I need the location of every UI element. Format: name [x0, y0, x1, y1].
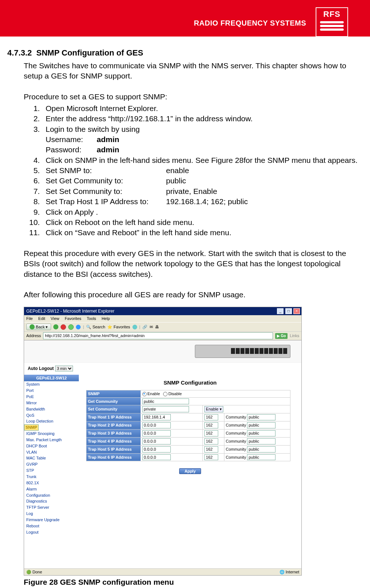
menu-file[interactable]: File	[26, 316, 33, 321]
snmp-config-table: SNMP Enable Disable Get Community public	[86, 390, 290, 462]
auto-logout-label: Auto Logout	[28, 366, 54, 371]
sidebar-item-trunk[interactable]: Trunk	[24, 474, 79, 480]
sidebar-item-8021x[interactable]: 802.1X	[24, 480, 79, 486]
sidebar-item-firmware[interactable]: Firmware Upgrade	[24, 517, 79, 523]
trap4-port[interactable]: 162	[204, 438, 218, 444]
home-button[interactable]	[76, 325, 81, 329]
sidebar-item-bandwidth[interactable]: Bandwidth	[24, 406, 79, 412]
step-8-val: 192.168.1.4; 162; public	[166, 197, 248, 206]
sidebar-item-loop[interactable]: Loop Detection	[24, 418, 79, 424]
snmp-enable-radio[interactable]	[142, 392, 147, 396]
heading-title: SNMP Configuration of GES	[36, 48, 143, 57]
step-2: Enter the address “http://192.168.1.1” i…	[42, 114, 363, 124]
sidebar-item-snmp[interactable]: SNMP	[24, 424, 39, 431]
sidebar-item-system[interactable]: System	[24, 381, 79, 387]
sidebar-item-mirror[interactable]: Mirror	[24, 400, 79, 406]
forward-button[interactable]	[53, 324, 58, 329]
trap2-port[interactable]: 162	[204, 422, 218, 428]
trap5-port[interactable]: 162	[204, 446, 218, 453]
step-5-val: enable	[166, 166, 189, 175]
sidebar: GEPoEL2-SW12 System Port PoE Mirror Band…	[24, 375, 79, 568]
trap6-port[interactable]: 162	[204, 454, 218, 461]
section-heading: 4.7.3.2 SNMP Configuration of GES	[7, 47, 363, 58]
print-icon[interactable]: 🖶	[155, 324, 159, 330]
step-1: Open Microsoft Internet Explorer.	[42, 103, 363, 114]
address-input[interactable]: http://192.168.1.20/main_frame.html?firs…	[43, 332, 273, 339]
menu-favorites[interactable]: Favorites	[65, 316, 81, 321]
trap6-com[interactable]: public	[247, 454, 275, 461]
sidebar-item-config[interactable]: Configuration	[24, 492, 79, 499]
procedure-list: Open Microsoft Internet Explorer. Enter …	[42, 103, 363, 238]
auto-logout-select[interactable]: 3 min	[55, 366, 73, 371]
trap6-ip[interactable]: 0.0.0.0	[142, 454, 171, 461]
search-label: Search	[92, 325, 105, 329]
trap1-ip[interactable]: 192.168.1.4	[142, 414, 171, 420]
sidebar-item-vlan[interactable]: VLAN	[24, 449, 79, 455]
row-trap4-label: Trap Host 4 IP Address	[86, 437, 141, 445]
row-trap5-label: Trap Host 5 IP Address	[86, 445, 141, 453]
sidebar-item-log[interactable]: Log	[24, 511, 79, 517]
set-community-input[interactable]: private	[142, 406, 189, 412]
snmp-disable-radio[interactable]	[163, 392, 167, 396]
sidebar-item-gvrp[interactable]: GVRP	[24, 461, 79, 467]
favorites-button[interactable]: ⭐ Favorites	[107, 324, 130, 330]
search-button[interactable]: 🔍 Search	[86, 324, 105, 330]
get-community-input[interactable]: public	[142, 398, 189, 405]
sidebar-item-alarm[interactable]: Alarm	[24, 486, 79, 492]
menu-tools[interactable]: Tools	[87, 316, 96, 321]
helper-icon[interactable]: 🔗	[142, 324, 147, 330]
trap4-com[interactable]: public	[247, 438, 275, 444]
maximize-button[interactable]: □	[285, 308, 292, 314]
links-label[interactable]: Links	[290, 333, 299, 339]
menu-help[interactable]: Help	[101, 316, 110, 321]
stop-button[interactable]	[61, 324, 66, 330]
media-button[interactable]	[132, 325, 137, 329]
ie-titlebar: GEPoEL2-SW12 - Microsoft Internet Explor…	[24, 307, 301, 315]
step-6: Set Get Community to:public	[42, 176, 363, 186]
trap5-com[interactable]: public	[247, 446, 275, 453]
trap1-com[interactable]: public	[247, 414, 275, 420]
trap1-port[interactable]: 162	[204, 414, 218, 420]
apply-button[interactable]: Apply	[179, 468, 201, 474]
go-button[interactable]: ▶ Go	[275, 333, 288, 339]
main-panel: SNMP Configuration SNMP Enable Disable	[79, 375, 301, 568]
trap3-port[interactable]: 162	[204, 430, 218, 436]
password-value: admin	[97, 145, 119, 154]
sidebar-item-diag[interactable]: Diagnostics	[24, 498, 79, 504]
sidebar-item-stp[interactable]: STP	[24, 467, 79, 474]
sidebar-item-dhcp[interactable]: DHCP Boot	[24, 443, 79, 449]
trap4-ip[interactable]: 0.0.0.0	[142, 438, 171, 444]
sidebar-item-qos[interactable]: QoS	[24, 412, 79, 419]
close-button[interactable]: ×	[293, 308, 300, 314]
refresh-button[interactable]	[68, 324, 74, 330]
step-6-label: Set Get Community to:	[46, 176, 166, 186]
back-label: Back	[36, 324, 45, 330]
sidebar-item-poe[interactable]: PoE	[24, 394, 79, 400]
brand-tagline: RADIO FREQUENCY SYSTEMS	[194, 19, 306, 27]
sidebar-item-logout[interactable]: Logout	[24, 529, 79, 535]
back-button[interactable]: Back ▾	[26, 324, 51, 331]
figure-caption: Figure 28 GES SNMP configuration menu	[24, 577, 363, 587]
trap2-com[interactable]: public	[247, 422, 275, 428]
mail-icon[interactable]: ✉	[150, 324, 153, 330]
sidebar-item-port[interactable]: Port	[24, 387, 79, 394]
sidebar-item-mac[interactable]: MAC Table	[24, 455, 79, 461]
trap5-ip[interactable]: 0.0.0.0	[142, 446, 171, 453]
minimize-button[interactable]: _	[277, 308, 284, 314]
username-value: admin	[97, 135, 119, 144]
repeat-paragraph: Repeat this procedure with every GES in …	[24, 248, 363, 279]
menu-view[interactable]: View	[51, 316, 59, 321]
sidebar-item-reboot[interactable]: Reboot	[24, 523, 79, 529]
trap3-ip[interactable]: 0.0.0.0	[142, 430, 171, 436]
step-4: Click on SNMP in the left-hand sides men…	[42, 155, 363, 165]
trap2-ip[interactable]: 0.0.0.0	[142, 422, 171, 428]
set-community-mode[interactable]: Enable ▾	[204, 406, 223, 412]
menu-edit[interactable]: Edit	[38, 316, 45, 321]
sidebar-item-tftp[interactable]: TFTP Server	[24, 504, 79, 511]
trap3-com[interactable]: public	[247, 430, 275, 436]
sidebar-item-igmp[interactable]: IGMP Snooping	[24, 431, 79, 437]
snmp-disable-label: Disable	[168, 392, 182, 396]
address-label: Address	[26, 333, 41, 339]
trap3-com-label: Community	[226, 431, 246, 435]
sidebar-item-packet[interactable]: Max. Packet Length	[24, 437, 79, 443]
